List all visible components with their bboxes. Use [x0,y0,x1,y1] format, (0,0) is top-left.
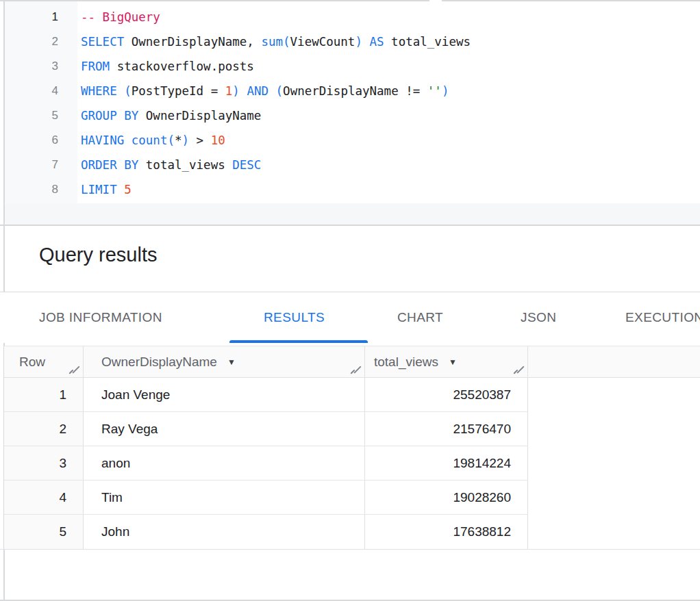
code-token: sum( [261,35,290,49]
editor-horizontal-scrollbar[interactable] [5,203,700,225]
code-token: WHERE [81,84,117,98]
code-line[interactable]: 2SELECT OwnerDisplayName, sum(ViewCount)… [5,29,700,54]
line-number: 3 [5,54,58,79]
total-views-cell: 17638812 [365,515,528,549]
row-number-cell: 1 [4,378,84,411]
code-token: ) [442,84,449,98]
row-number-cell: 5 [4,515,84,549]
code-line[interactable]: 6HAVING count(*) > 10 [5,128,700,153]
row-number-cell: 3 [4,446,84,480]
code-token: stackoverflow.posts [110,60,254,73]
code-token [124,133,132,147]
code-token: -- BigQuery [81,10,160,24]
code-text: HAVING count(*) > 10 [58,128,225,153]
code-text: ORDER BY total_views DESC [58,153,261,177]
table-body: 1Joan Venge255203872Ray Vega215764703ano… [4,378,528,549]
table-bottom-border [0,549,700,550]
table-row[interactable]: 2Ray Vega21576470 [4,412,528,446]
code-token: ORDER BY [81,158,138,172]
header-row-number: Row [4,346,84,377]
code-token: total_views [384,35,471,49]
header-total-views[interactable]: total_views ▼ [365,346,528,377]
code-token: AS [369,35,384,49]
code-text: LIMIT 5 [58,177,132,202]
code-token: AND [247,84,268,98]
code-token [268,84,276,98]
header-row-label: Row [19,355,45,370]
column-resize-handle[interactable] [68,363,79,375]
owner-name-cell: Tim [84,481,365,514]
code-token: ) [232,84,240,98]
code-token [117,84,125,98]
code-text: -- BigQuery [58,5,160,29]
code-line[interactable]: 8LIMIT 5 [5,177,700,202]
code-token: OwnerDisplayName, [124,35,261,49]
column-resize-handle[interactable] [512,363,524,375]
tab-chart[interactable]: CHART [397,292,443,343]
results-tab-bar: JOB INFORMATIONRESULTSCHARTJSONEXECUTION… [0,292,700,343]
code-token: '' [427,84,442,98]
tab-execution-details[interactable]: EXECUTION DETAILS [625,292,700,343]
code-line[interactable]: 7ORDER BY total_views DESC [5,153,700,177]
tab-results[interactable]: RESULTS [264,292,325,343]
code-text: SELECT OwnerDisplayName, sum(ViewCount) … [58,29,471,54]
results-header: Query results [5,226,700,292]
code-token: PostTypeId = [132,84,225,98]
code-token: OwnerDisplayName [138,109,261,123]
code-token: ) [355,35,362,49]
header-filler [528,346,700,377]
code-token: DESC [232,158,261,172]
code-token: ( [124,84,132,98]
code-token: FROM [81,60,110,73]
table-row[interactable]: 3anon19814224 [4,446,528,481]
code-line[interactable]: 3FROM stackoverflow.posts [5,54,700,79]
owner-name-cell: Joan Venge [84,378,365,411]
code-token: * [175,133,182,147]
table-row[interactable]: 1Joan Venge25520387 [4,378,528,412]
code-line[interactable]: 4WHERE (PostTypeId = 1) AND (OwnerDispla… [5,79,700,103]
tab-json[interactable]: JSON [521,292,556,343]
code-token: 5 [124,183,132,196]
table-row[interactable]: 4Tim19028260 [4,481,528,515]
code-token: ( [276,84,284,98]
line-number: 2 [5,29,58,54]
code-text: GROUP BY OwnerDisplayName [58,103,261,128]
code-token: ViewCount [290,35,355,49]
code-token: count( [132,133,175,147]
bigquery-query-results-screen: 1-- BigQuery2SELECT OwnerDisplayName, su… [0,0,700,601]
column-dropdown-icon[interactable]: ▼ [227,357,236,367]
code-token: SELECT [81,35,124,49]
line-number: 4 [5,79,58,103]
code-line[interactable]: 1-- BigQuery [5,5,700,29]
code-text: FROM stackoverflow.posts [58,54,254,79]
header-ownerdisplayname-label: OwnerDisplayName [101,355,217,370]
code-token: LIMIT [81,183,117,196]
owner-name-cell: anon [84,446,365,480]
code-token [362,35,370,49]
line-number: 8 [5,177,58,202]
table-row[interactable]: 5John17638812 [4,515,528,549]
total-views-cell: 25520387 [365,378,528,411]
header-ownerdisplayname[interactable]: OwnerDisplayName ▼ [84,346,365,377]
total-views-cell: 19814224 [365,446,528,480]
code-token: HAVING [81,133,124,147]
code-area[interactable]: 1-- BigQuery2SELECT OwnerDisplayName, su… [5,5,700,202]
code-token: > [189,133,211,147]
line-number: 5 [5,103,58,128]
total-views-cell: 19028260 [365,481,528,514]
code-token [240,84,247,98]
query-results-title: Query results [39,244,157,266]
tab-job-information[interactable]: JOB INFORMATION [39,292,162,343]
column-dropdown-icon[interactable]: ▼ [449,357,457,367]
code-line[interactable]: 5GROUP BY OwnerDisplayName [5,103,700,128]
code-token: OwnerDisplayName != [283,84,427,98]
line-number: 7 [5,153,58,177]
column-resize-handle[interactable] [349,363,361,375]
code-text: WHERE (PostTypeId = 1) AND (OwnerDisplay… [58,79,449,103]
table-header-row: Row OwnerDisplayName ▼ total_views ▼ [4,346,700,378]
total-views-cell: 21576470 [365,412,528,446]
code-token: 1 [225,84,233,98]
sql-editor[interactable]: 1-- BigQuery2SELECT OwnerDisplayName, su… [5,1,700,203]
code-token [117,183,125,196]
line-number: 6 [5,128,58,153]
